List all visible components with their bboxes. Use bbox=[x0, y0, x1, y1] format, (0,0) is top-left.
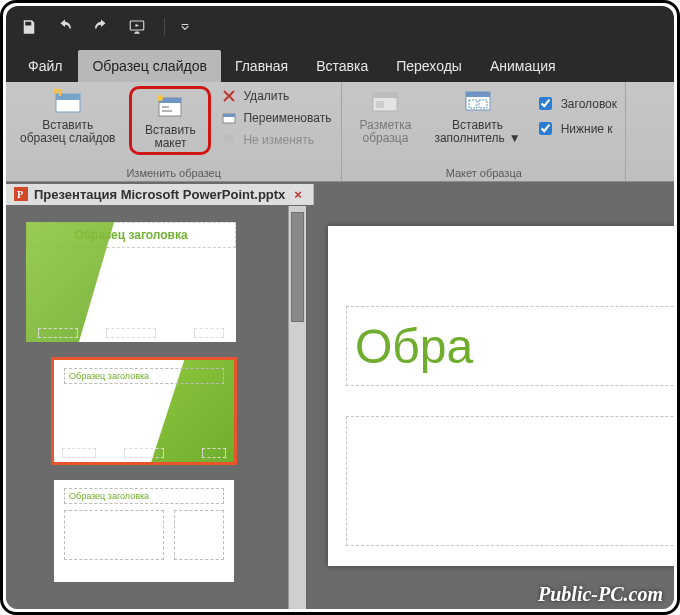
svg-text:P: P bbox=[17, 189, 23, 200]
footers-checkbox-label: Нижние к bbox=[561, 122, 613, 136]
thumbnail-scrollbar[interactable] bbox=[288, 206, 306, 609]
master-layout-label2: образца bbox=[363, 132, 409, 145]
slide-title-text: Обра bbox=[355, 319, 473, 374]
document-tab-bar: P Презентация Microsoft PowerPoint.pptx … bbox=[6, 182, 674, 206]
layout-thumbnail-1[interactable]: Образец заголовка bbox=[54, 360, 234, 462]
preserve-label: Не изменять bbox=[243, 133, 314, 147]
footers-checkbox[interactable]: Нижние к bbox=[535, 117, 617, 140]
present-from-start-icon[interactable] bbox=[126, 16, 148, 38]
slide-master-icon bbox=[52, 88, 84, 116]
insert-slide-master-button[interactable]: Вставить образец слайдов bbox=[14, 86, 121, 147]
delete-button[interactable]: Удалить bbox=[219, 86, 333, 106]
slide-content-placeholder[interactable] bbox=[346, 416, 674, 546]
rename-label: Переименовать bbox=[243, 111, 331, 125]
layout2-title-placeholder: Образец заголовка bbox=[64, 488, 224, 504]
delete-label: Удалить bbox=[243, 89, 289, 103]
slide-master-thumbnail[interactable]: Образец заголовка bbox=[26, 222, 236, 342]
delete-icon bbox=[221, 88, 237, 104]
group-edit-master-label: Изменить образец bbox=[126, 165, 221, 179]
work-area: Образец заголовка Образец заголовка Обра… bbox=[6, 206, 674, 609]
master-layout-icon bbox=[369, 88, 401, 116]
layout-icon bbox=[154, 93, 186, 121]
ribbon: Вставить образец слайдов bbox=[6, 82, 674, 182]
insert-placeholder-button[interactable]: Вставить заполнитель ▼ bbox=[428, 86, 526, 147]
title-bar bbox=[6, 6, 674, 48]
preserve-icon bbox=[221, 132, 237, 148]
document-tab[interactable]: P Презентация Microsoft PowerPoint.pptx … bbox=[6, 184, 314, 205]
insert-layout-button[interactable]: Вставить макет bbox=[134, 91, 206, 152]
ribbon-group-edit-master: Вставить образец слайдов bbox=[6, 82, 342, 181]
svg-point-8 bbox=[157, 95, 163, 101]
slide[interactable]: Обра bbox=[328, 226, 674, 566]
thumbnail-pane[interactable]: Образец заголовка Образец заголовка Обра… bbox=[6, 206, 306, 609]
rename-icon bbox=[221, 110, 237, 126]
preserve-button: Не изменять bbox=[219, 130, 333, 150]
svg-rect-13 bbox=[376, 101, 384, 108]
svg-rect-10 bbox=[223, 114, 235, 117]
title-checkbox-input[interactable] bbox=[539, 97, 552, 110]
chevron-down-icon: ▼ bbox=[509, 132, 521, 145]
thumbnail-scroll-thumb[interactable] bbox=[291, 212, 304, 322]
master-layout-button: Разметка образца bbox=[350, 86, 420, 147]
slide-title-placeholder[interactable]: Обра bbox=[346, 306, 674, 386]
layout1-title-placeholder: Образец заголовка bbox=[64, 368, 224, 384]
insert-layout-highlight: Вставить макет bbox=[129, 86, 211, 155]
insert-layout-label2: макет bbox=[154, 137, 186, 150]
save-icon[interactable] bbox=[18, 16, 40, 38]
qat-separator bbox=[164, 18, 165, 36]
layout-thumbnail-2[interactable]: Образец заголовка bbox=[54, 480, 234, 582]
tab-transitions[interactable]: Переходы bbox=[382, 50, 476, 82]
svg-rect-15 bbox=[466, 92, 490, 97]
title-checkbox[interactable]: Заголовок bbox=[535, 92, 617, 115]
ribbon-group-master-layout: Разметка образца Вставить запо bbox=[342, 82, 626, 181]
insert-placeholder-icon bbox=[462, 88, 494, 116]
customize-qat-icon[interactable] bbox=[179, 16, 191, 38]
svg-rect-12 bbox=[373, 93, 397, 98]
ribbon-tabstrip: Файл Образец слайдов Главная Вставка Пер… bbox=[6, 48, 674, 82]
title-checkbox-label: Заголовок bbox=[561, 97, 617, 111]
tab-animations[interactable]: Анимация bbox=[476, 50, 570, 82]
group-master-layout-label: Макет образца bbox=[446, 165, 522, 179]
insert-placeholder-label2: заполнитель bbox=[434, 132, 504, 145]
footers-checkbox-input[interactable] bbox=[539, 122, 552, 135]
svg-rect-7 bbox=[162, 110, 172, 112]
undo-icon[interactable] bbox=[54, 16, 76, 38]
slide-canvas[interactable]: Обра bbox=[306, 206, 674, 609]
rename-button[interactable]: Переименовать bbox=[219, 108, 333, 128]
watermark: Public-PC.com bbox=[538, 583, 663, 606]
svg-point-3 bbox=[54, 90, 58, 94]
tab-home[interactable]: Главная bbox=[221, 50, 302, 82]
document-close-button[interactable]: × bbox=[291, 187, 305, 202]
tab-slide-master[interactable]: Образец слайдов bbox=[78, 50, 220, 82]
svg-rect-6 bbox=[162, 106, 169, 108]
powerpoint-file-icon: P bbox=[14, 187, 28, 201]
document-filename: Презентация Microsoft PowerPoint.pptx bbox=[34, 187, 285, 202]
redo-icon[interactable] bbox=[90, 16, 112, 38]
insert-slide-master-label2: образец слайдов bbox=[20, 132, 115, 145]
tab-insert[interactable]: Вставка bbox=[302, 50, 382, 82]
tab-file[interactable]: Файл bbox=[12, 50, 78, 82]
